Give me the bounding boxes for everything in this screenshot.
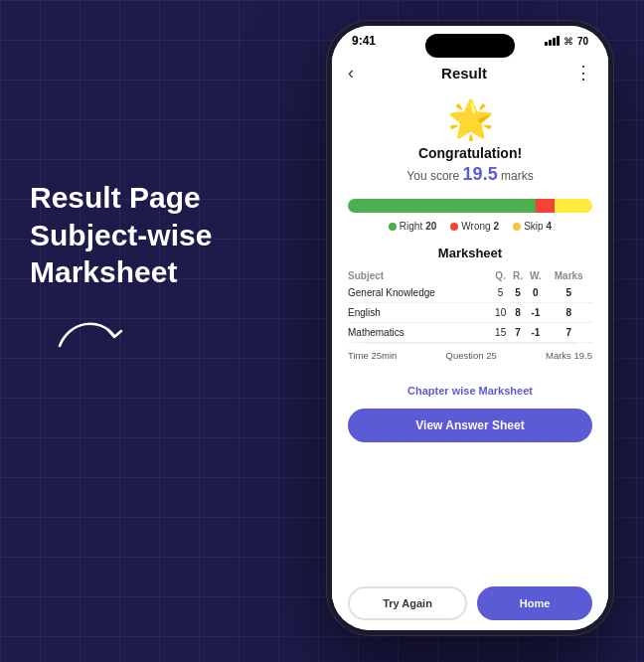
cell-w: 0	[526, 283, 545, 303]
table-header: Subject Q. R. W. Marks	[348, 268, 592, 283]
more-options-button[interactable]: ⋮	[574, 62, 592, 83]
table-row: Mathematics 15 7 -1 7	[348, 323, 592, 343]
congrats-section: 🌟 Congratulation! You score 19.5 marks	[332, 89, 608, 195]
score-display: You score 19.5 marks	[348, 164, 592, 185]
col-marks: Marks	[545, 268, 592, 283]
skip-label: Skip	[524, 221, 543, 232]
wrong-label: Wrong	[461, 221, 490, 232]
summary-time: Time 25min	[348, 350, 397, 361]
table-body: General Knowledge 5 5 0 5 English 10 8 -…	[348, 283, 592, 343]
phone-screen: 9:41 ⌘ 70	[332, 26, 608, 630]
trophy-icon: 🌟	[348, 97, 592, 141]
col-w: W.	[526, 268, 545, 283]
left-content: Result Page Subject-wise Marksheet	[30, 179, 212, 365]
cell-marks: 7	[545, 323, 592, 343]
marksheet-section: Marksheet Subject Q. R. W. Marks	[332, 240, 608, 375]
home-button[interactable]: Home	[477, 586, 592, 620]
summary-question: Question 25	[446, 350, 497, 361]
marksheet-table: Subject Q. R. W. Marks General Knowledge…	[348, 268, 592, 343]
cell-marks: 5	[545, 283, 592, 303]
score-value: 19.5	[463, 164, 498, 184]
chapter-wise-link[interactable]: Chapter wise Marksheet	[407, 385, 533, 397]
cell-q: 5	[492, 283, 510, 303]
cell-r: 7	[510, 323, 526, 343]
progress-wrong-segment	[536, 199, 555, 213]
progress-section: Right 20 Wrong 2 Skip 4	[332, 195, 608, 240]
app-content: ‹ Result ⋮ 🌟 Congratulation! You score 1…	[332, 52, 608, 620]
skip-dot-icon	[513, 223, 521, 231]
congrats-title: Congratulation!	[348, 145, 592, 161]
phone-outer-frame: 9:41 ⌘ 70	[326, 20, 614, 636]
marksheet-title: Marksheet	[348, 246, 592, 260]
screen-title: Result	[441, 65, 487, 82]
progress-legend: Right 20 Wrong 2 Skip 4	[348, 221, 592, 232]
try-again-button[interactable]: Try Again	[348, 586, 467, 620]
cell-q: 15	[492, 323, 510, 343]
status-icons: ⌘ 70	[545, 36, 588, 47]
signal-icon	[545, 36, 560, 46]
cell-q: 10	[492, 303, 510, 323]
col-r: R.	[510, 268, 526, 283]
cell-subject: Mathematics	[348, 323, 492, 343]
view-answer-button[interactable]: View Answer Sheet	[348, 409, 592, 442]
page-title: Result Page Subject-wise Marksheet	[30, 179, 212, 291]
table-row: English 10 8 -1 8	[348, 303, 592, 323]
cell-r: 5	[510, 283, 526, 303]
view-answer-container: View Answer Sheet	[332, 405, 608, 446]
battery-indicator: 70	[577, 36, 588, 47]
bottom-buttons: Try Again Home	[332, 577, 608, 620]
right-dot-icon	[389, 223, 397, 231]
cell-w: -1	[526, 323, 545, 343]
cell-w: -1	[526, 303, 545, 323]
table-row: General Knowledge 5 5 0 5	[348, 283, 592, 303]
dynamic-island	[425, 34, 515, 58]
legend-skip: Skip 4	[513, 221, 552, 232]
wifi-icon: ⌘	[564, 36, 573, 47]
legend-wrong: Wrong 2	[450, 221, 499, 232]
right-label: Right	[400, 221, 422, 232]
back-button[interactable]: ‹	[348, 63, 354, 83]
cell-r: 8	[510, 303, 526, 323]
arrow-decoration	[50, 311, 212, 365]
summary-row: Time 25min Question 25 Marks 19.5	[348, 344, 592, 365]
cell-marks: 8	[545, 303, 592, 323]
phone-mockup: 9:41 ⌘ 70	[326, 20, 614, 636]
skip-count: 4	[547, 221, 553, 232]
cell-subject: English	[348, 303, 492, 323]
status-time: 9:41	[352, 34, 376, 48]
col-subject: Subject	[348, 268, 492, 283]
col-q: Q.	[492, 268, 510, 283]
progress-bar	[348, 199, 592, 213]
summary-marks: Marks 19.5	[546, 350, 592, 361]
wrong-count: 2	[494, 221, 500, 232]
wrong-dot-icon	[450, 223, 458, 231]
right-count: 20	[425, 221, 436, 232]
progress-right-segment	[348, 199, 536, 213]
legend-right: Right 20	[389, 221, 436, 232]
cell-subject: General Knowledge	[348, 283, 492, 303]
chapter-link-section: Chapter wise Marksheet	[332, 375, 608, 405]
progress-skip-segment	[555, 199, 592, 213]
